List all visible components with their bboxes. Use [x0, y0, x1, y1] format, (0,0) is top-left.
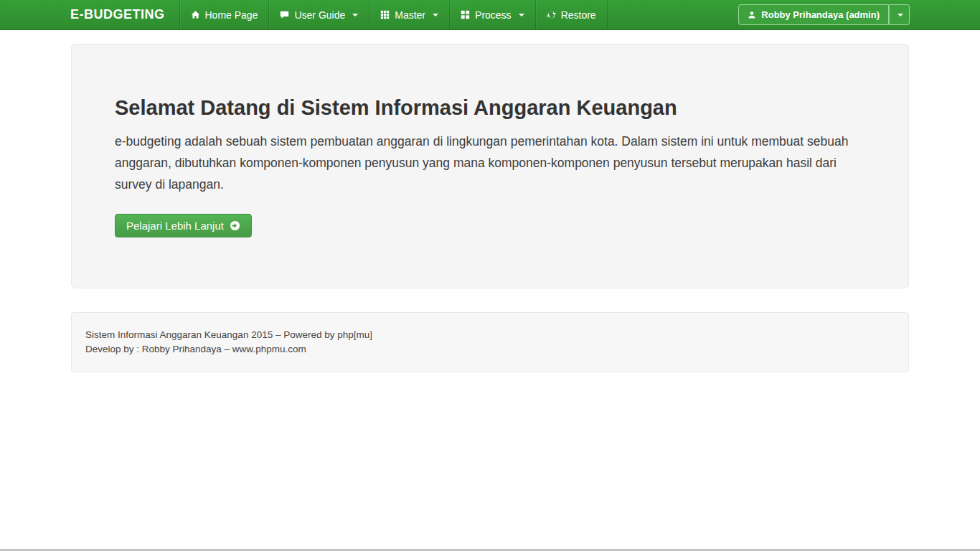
learn-more-button[interactable]: Pelajari Lebih Lanjut	[115, 214, 252, 237]
nav-item-label: Restore	[561, 9, 596, 21]
learn-more-label: Pelajari Lebih Lanjut	[126, 220, 224, 232]
welcome-panel: Selamat Datang di Sistem Informasi Angga…	[71, 44, 909, 288]
chevron-down-icon	[352, 14, 358, 17]
refresh-icon	[547, 10, 556, 19]
welcome-description: e-budgeting adalah sebuah sistem pembuat…	[115, 131, 865, 195]
brand-label: E-BUDGETING	[70, 7, 165, 22]
nav-item-user-guide[interactable]: User Guide	[268, 0, 369, 29]
page-title: Selamat Datang di Sistem Informasi Angga…	[115, 96, 865, 120]
top-navbar: E-BUDGETING Home Page User Guide M	[0, 0, 980, 30]
chevron-down-icon	[897, 14, 903, 17]
nav-item-restore[interactable]: Restore	[535, 0, 608, 29]
circle-arrow-right-icon	[230, 220, 240, 231]
footer-line-2: Develop by : Robby Prihandaya – www.phpm…	[85, 342, 895, 357]
nav-item-home-page[interactable]: Home Page	[179, 0, 269, 29]
main-nav: Home Page User Guide Master P	[179, 0, 608, 29]
footer-line-1: Sistem Informasi Anggaran Keuangan 2015 …	[85, 328, 895, 342]
user-account-label: Robby Prihandaya (admin)	[761, 9, 880, 20]
grid-large-icon	[461, 10, 470, 19]
nav-item-label: Master	[395, 9, 425, 21]
user-dropdown-toggle[interactable]	[889, 4, 910, 25]
comment-icon	[280, 10, 289, 19]
nav-item-process[interactable]: Process	[449, 0, 535, 29]
user-account-button[interactable]: Robby Prihandaya (admin)	[738, 4, 889, 25]
footer-panel: Sistem Informasi Anggaran Keuangan 2015 …	[71, 312, 909, 372]
brand-link[interactable]: E-BUDGETING	[70, 0, 179, 29]
grid-icon	[380, 10, 390, 19]
nav-item-label: User Guide	[294, 9, 345, 21]
home-icon	[191, 10, 200, 19]
chevron-down-icon	[433, 14, 438, 17]
user-button-group: Robby Prihandaya (admin)	[738, 0, 910, 29]
chevron-down-icon	[519, 14, 524, 17]
nav-item-label: Home Page	[205, 9, 258, 21]
nav-item-label: Process	[475, 9, 512, 21]
user-icon	[748, 11, 756, 19]
nav-item-master[interactable]: Master	[369, 0, 449, 29]
